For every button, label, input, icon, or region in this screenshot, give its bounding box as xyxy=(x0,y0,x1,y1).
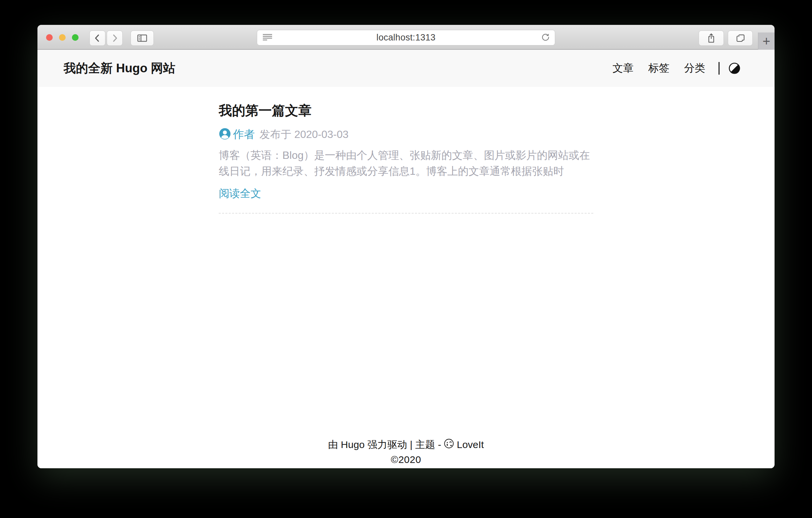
theme-toggle-button[interactable] xyxy=(729,63,740,74)
site-header: 我的全新 Hugo 网站 文章 标签 分类 xyxy=(37,50,775,87)
content-column: 我的第一篇文章 作者 发布于 2020-03-03 博客（英语：Blog） xyxy=(219,87,593,214)
read-more-link[interactable]: 阅读全文 xyxy=(219,186,261,201)
loveit-kiss-emoji-icon xyxy=(444,438,454,453)
share-button[interactable] xyxy=(699,30,724,46)
main-content: 我的第一篇文章 作者 发布于 2020-03-03 博客（英语：Blog） xyxy=(37,87,775,437)
tabs-icon xyxy=(735,33,746,43)
site-footer: 由 Hugo 强力驱动 | 主题 - LoveIt ©2020 xyxy=(37,437,775,468)
close-window-button[interactable] xyxy=(46,34,53,41)
browser-chrome: localhost:1313 xyxy=(37,25,775,50)
zoom-window-button[interactable] xyxy=(72,34,79,41)
post-summary-text: 博客（英语：Blog）是一种由个人管理、张贴新的文章、图片或影片的网站或在线日记… xyxy=(219,147,593,179)
tab-overview-button[interactable] xyxy=(728,30,753,46)
copyright-text: ©2020 xyxy=(37,452,775,467)
address-bar[interactable]: localhost:1313 xyxy=(257,30,555,46)
chevron-left-icon xyxy=(92,33,103,43)
share-icon xyxy=(706,33,716,44)
theme-link[interactable]: LoveIt xyxy=(457,437,484,452)
nav-separator xyxy=(719,62,720,75)
powered-by-text: 由 Hugo 强力驱动 | 主题 - xyxy=(328,437,441,452)
chevron-right-icon xyxy=(110,33,120,43)
desktop-background: localhost:1313 xyxy=(0,0,812,518)
post-meta: 作者 发布于 2020-03-03 xyxy=(219,127,593,142)
post-summary-card: 我的第一篇文章 作者 发布于 2020-03-03 博客（英语：Blog） xyxy=(219,102,593,214)
sidebar-toggle-button[interactable] xyxy=(130,30,154,46)
author-avatar-icon xyxy=(219,128,231,141)
nav-item-posts[interactable]: 文章 xyxy=(612,61,634,76)
plus-icon: + xyxy=(763,34,770,48)
site-nav: 文章 标签 分类 xyxy=(598,61,740,76)
new-tab-button[interactable]: + xyxy=(758,32,775,50)
author-link[interactable]: 作者 xyxy=(233,127,255,142)
back-button[interactable] xyxy=(89,30,106,46)
sidebar-icon xyxy=(137,33,148,43)
url-text[interactable]: localhost:1313 xyxy=(257,32,555,43)
minimize-window-button[interactable] xyxy=(59,34,66,41)
footer-powered-line: 由 Hugo 强力驱动 | 主题 - LoveIt xyxy=(37,437,775,452)
site-title-link[interactable]: 我的全新 Hugo 网站 xyxy=(64,60,175,77)
theme-contrast-icon xyxy=(729,70,740,75)
nav-item-categories[interactable]: 分类 xyxy=(684,61,705,76)
traffic-lights xyxy=(46,34,79,41)
forward-button[interactable] xyxy=(107,30,123,46)
nav-item-tags[interactable]: 标签 xyxy=(648,61,669,76)
browser-window: localhost:1313 xyxy=(37,25,775,468)
publish-date: 发布于 2020-03-03 xyxy=(260,127,349,142)
post-title[interactable]: 我的第一篇文章 xyxy=(219,102,593,120)
post-divider xyxy=(219,213,593,214)
